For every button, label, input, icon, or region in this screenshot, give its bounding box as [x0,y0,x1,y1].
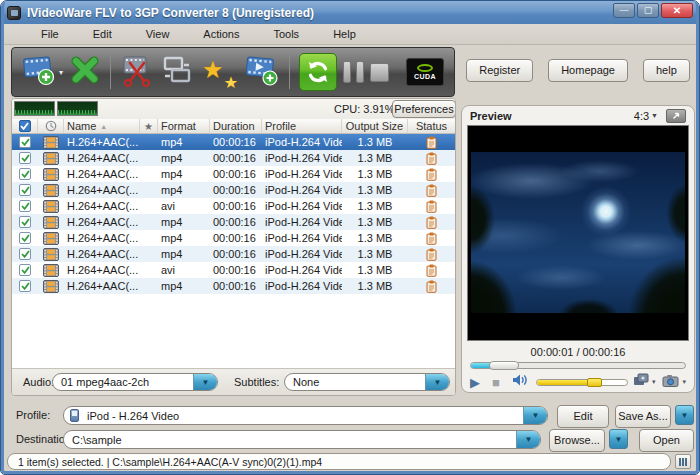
row-checkbox[interactable] [12,134,38,150]
trim-button[interactable] [120,51,154,93]
menu-edit[interactable]: Edit [76,25,129,43]
window-title: IVideoWare FLV to 3GP Converter 8 (Unreg… [27,6,314,20]
remove-button[interactable] [69,51,101,93]
table-row[interactable]: H.264+AAC(...avi00:00:16iPod-H.264 Video… [12,198,455,214]
video-file-icon [38,262,64,278]
table-row[interactable]: H.264+AAC(...mp400:00:16iPod-H.264 Video… [12,278,455,294]
column-duration[interactable]: Duration [210,119,262,133]
video-file-icon [38,182,64,198]
video-display[interactable] [467,125,689,341]
scene-caret-icon[interactable]: ▾ [652,378,656,386]
column-name[interactable]: Name ▲ [64,119,140,133]
add-video-button[interactable]: ▾ [22,51,63,93]
register-button[interactable]: Register [466,59,533,82]
row-checkbox[interactable] [12,278,38,294]
column-favorite[interactable]: ★ [140,119,158,133]
column-profile[interactable]: Profile [262,119,342,133]
resize-grip[interactable] [675,454,691,469]
cell-output-size: 1.3 MB [342,230,408,246]
seek-bar[interactable] [470,362,686,369]
cuda-label: CUDA [414,73,436,80]
column-status[interactable]: Status [408,119,455,133]
volume-handle[interactable] [587,378,602,387]
table-row[interactable]: H.264+AAC(...mp400:00:16iPod-H.264 Video… [12,166,455,182]
column-output-size[interactable]: Output Size [342,119,408,133]
cpu-usage-label: CPU: 3.91% [334,103,395,115]
table-row[interactable]: H.264+AAC(...mp400:00:16iPod-H.264 Video… [12,214,455,230]
stop-playback-button[interactable]: ■ [492,376,500,389]
file-list-panel: CPU: 3.91% Preferences Name ▲ ★ Format D… [11,98,456,396]
destination-dropdown-icon[interactable]: ▼ [516,431,540,448]
state-column-icon[interactable] [38,119,64,133]
audio-dropdown-icon[interactable]: ▼ [193,374,217,390]
subtitles-select[interactable]: None ▼ [284,373,450,391]
help-button[interactable]: help [643,59,690,82]
cell-status-icon [408,150,455,166]
cell-status-icon [408,182,455,198]
row-checkbox[interactable] [12,198,38,214]
browse-button[interactable]: Browse... [549,429,605,452]
column-format[interactable]: Format [158,119,210,133]
effects-button[interactable]: ★ ★ [200,51,238,93]
convert-button[interactable] [299,51,337,93]
cell-status-icon [408,214,455,230]
maximize-button[interactable]: ▢ [637,3,659,18]
cell-profile: iPod-H.264 Video [262,182,342,198]
table-row[interactable]: H.264+AAC(...mp400:00:16iPod-H.264 Video… [12,134,455,150]
destination-field[interactable]: C:\sample ▼ [63,430,541,449]
volume-slider[interactable] [536,379,628,386]
table-row[interactable]: H.264+AAC(...mp400:00:16iPod-H.264 Video… [12,230,455,246]
detach-preview-button[interactable] [666,109,686,123]
row-checkbox[interactable] [12,246,38,262]
snapshot-caret-icon[interactable]: ▾ [682,378,686,386]
table-row[interactable]: H.264+AAC(...avi00:00:16iPod-H.264 Video… [12,262,455,278]
select-all-checkbox[interactable] [12,119,38,133]
browse-dropdown-button[interactable]: ▼ [609,429,628,449]
table-row[interactable]: H.264+AAC(...mp400:00:16iPod-H.264 Video… [12,182,455,198]
row-checkbox[interactable] [12,262,38,278]
menu-file[interactable]: File [24,25,76,43]
play-button[interactable]: ▶ [470,376,480,389]
scene-frames-icon[interactable] [633,373,649,391]
save-as-button[interactable]: Save As... [615,405,671,428]
aspect-ratio-select[interactable]: 4:3 ▼ [634,110,658,122]
menu-help[interactable]: Help [316,25,373,43]
close-button[interactable]: ✕ [661,3,693,18]
row-checkbox[interactable] [12,214,38,230]
volume-icon[interactable] [512,373,528,391]
cell-duration: 00:00:16 [210,230,262,246]
table-row[interactable]: H.264+AAC(...mp400:00:16iPod-H.264 Video… [12,150,455,166]
cell-duration: 00:00:16 [210,166,262,182]
row-checkbox[interactable] [12,150,38,166]
cell-name: H.264+AAC(... [64,246,140,262]
row-checkbox[interactable] [12,166,38,182]
row-checkbox[interactable] [12,230,38,246]
video-file-icon [38,230,64,246]
merge-button[interactable] [244,51,280,93]
profile-dropdown-icon[interactable]: ▼ [523,407,547,424]
cuda-badge: CUDA [406,58,444,86]
titlebar: IVideoWare FLV to 3GP Converter 8 (Unreg… [1,1,699,24]
menu-view[interactable]: View [129,25,187,43]
profile-select[interactable]: iPod - H.264 Video ▼ [63,406,548,425]
seek-handle[interactable] [489,361,519,370]
row-checkbox[interactable] [12,182,38,198]
save-as-dropdown-button[interactable]: ▼ [675,405,694,425]
preferences-button[interactable]: Preferences [392,100,456,118]
video-frame-night-sky [471,152,685,313]
stop-convert-button[interactable] [370,51,389,93]
subtitles-dropdown-icon[interactable]: ▼ [425,374,449,390]
cell-output-size: 1.3 MB [342,262,408,278]
audio-select[interactable]: 01 mpeg4aac-2ch ▼ [52,373,218,391]
menu-tools[interactable]: Tools [256,25,316,43]
edit-profile-button[interactable]: Edit [557,405,609,428]
menu-actions[interactable]: Actions [186,25,256,43]
minimize-button[interactable]: — [613,3,635,18]
pause-button[interactable] [343,51,364,93]
cell-duration: 00:00:16 [210,278,262,294]
open-folder-button[interactable]: Open [639,429,694,452]
table-row[interactable]: H.264+AAC(...mp400:00:16iPod-H.264 Video… [12,246,455,262]
homepage-button[interactable]: Homepage [548,59,628,82]
snapshot-camera-icon[interactable] [662,373,679,391]
crop-button[interactable] [160,51,194,93]
